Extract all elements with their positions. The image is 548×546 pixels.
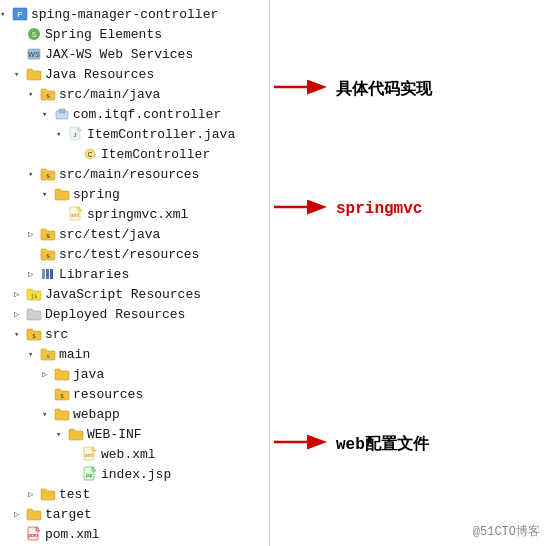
tree-item-sping-manager[interactable]: ▾Psping-manager-controller <box>0 4 269 24</box>
svg-text:xml: xml <box>85 452 93 458</box>
tree-item-jax-ws[interactable]: WSJAX-WS Web Services <box>0 44 269 64</box>
tree-label-pom-xml: pom.xml <box>45 527 100 542</box>
class-icon: C <box>82 146 98 162</box>
tree-label-src-main-resources: src/main/resources <box>59 167 199 182</box>
tree-label-webapp: webapp <box>73 407 120 422</box>
tree-item-itemcontroller[interactable]: CItemController <box>0 144 269 164</box>
tree-item-java[interactable]: ▷java <box>0 364 269 384</box>
svg-text:xml: xml <box>71 212 79 218</box>
tree-item-springmvc-xml[interactable]: xmlspringmvc.xml <box>0 204 269 224</box>
tree-label-target: target <box>45 507 92 522</box>
svg-text:js: js <box>30 292 38 300</box>
tree-item-com-itqf[interactable]: ▾com.itqf.controller <box>0 104 269 124</box>
annotation-ann2: springmvc <box>270 195 422 223</box>
svg-text:P: P <box>17 10 22 19</box>
tree-label-libraries: Libraries <box>59 267 129 282</box>
deployed-icon <box>26 306 42 322</box>
tree-item-js-resources[interactable]: ▷jsJavaScript Resources <box>0 284 269 304</box>
srcfolder-icon: s <box>40 166 56 182</box>
tree-item-itemcontroller-java[interactable]: ▾JItemController.java <box>0 124 269 144</box>
red-arrow-icon <box>270 430 330 458</box>
tree-label-src-test-java: src/test/java <box>59 227 160 242</box>
mainfolder-icon: s <box>40 346 56 362</box>
annotation-panel: @51CTO博客 具体代码实现springmvcweb配置文件 <box>270 0 548 546</box>
tree-arrow-web-inf[interactable]: ▾ <box>56 429 68 440</box>
annotation-ann3: web配置文件 <box>270 430 429 458</box>
tree-label-resources: resources <box>73 387 143 402</box>
tree-item-spring-elements[interactable]: SSpring Elements <box>0 24 269 44</box>
tree-label-spring-folder: spring <box>73 187 120 202</box>
tree-arrow-com-itqf[interactable]: ▾ <box>42 109 54 120</box>
tree-label-sping-manager: sping-manager-controller <box>31 7 218 22</box>
tree-item-src-main-resources[interactable]: ▾ssrc/main/resources <box>0 164 269 184</box>
tree-arrow-src[interactable]: ▾ <box>14 329 26 340</box>
tree-label-src-main-java: src/main/java <box>59 87 160 102</box>
srcfolder-icon: s <box>26 326 42 342</box>
tree-arrow-target[interactable]: ▷ <box>14 509 26 520</box>
tree-item-deployed-resources[interactable]: ▷Deployed Resources <box>0 304 269 324</box>
svg-text:s: s <box>46 92 50 100</box>
tree-item-test[interactable]: ▷test <box>0 484 269 504</box>
tree-label-spring-elements: Spring Elements <box>45 27 162 42</box>
tree-arrow-itemcontroller-java[interactable]: ▾ <box>56 129 68 140</box>
tree-item-spring-folder[interactable]: ▾spring <box>0 184 269 204</box>
pomfile-icon: pom <box>26 526 42 542</box>
tree-item-web-inf[interactable]: ▾WEB-INF <box>0 424 269 444</box>
srcfolder-icon: s <box>54 386 70 402</box>
folder-icon <box>26 66 42 82</box>
tree-label-main: main <box>59 347 90 362</box>
tree-item-src-main-java[interactable]: ▾ssrc/main/java <box>0 84 269 104</box>
tree-label-index-jsp: index.jsp <box>101 467 171 482</box>
red-arrow-icon <box>270 75 330 103</box>
svg-text:s: s <box>46 172 50 180</box>
tree-item-libraries[interactable]: ▷Libraries <box>0 264 269 284</box>
annotation-text-ann2: springmvc <box>336 200 422 218</box>
tree-arrow-spring-folder[interactable]: ▾ <box>42 189 54 200</box>
tree-arrow-libraries[interactable]: ▷ <box>28 269 40 280</box>
package-icon <box>54 106 70 122</box>
tree-label-web-xml: web.xml <box>101 447 156 462</box>
srcfolder-icon: s <box>40 246 56 262</box>
tree-item-main[interactable]: ▾smain <box>0 344 269 364</box>
svg-text:s: s <box>32 332 36 340</box>
file-tree[interactable]: ▾Psping-manager-controller SSpring Eleme… <box>0 0 270 546</box>
tree-arrow-src-test-java[interactable]: ▷ <box>28 229 40 240</box>
tree-arrow-webapp[interactable]: ▾ <box>42 409 54 420</box>
svg-text:WS: WS <box>28 51 40 58</box>
library-icon <box>40 266 56 282</box>
tree-item-resources[interactable]: sresources <box>0 384 269 404</box>
tree-arrow-sping-manager[interactable]: ▾ <box>0 9 12 20</box>
tree-label-java-resources: Java Resources <box>45 67 154 82</box>
tree-label-com-itqf: com.itqf.controller <box>73 107 221 122</box>
tree-arrow-src-main-java[interactable]: ▾ <box>28 89 40 100</box>
tree-arrow-main[interactable]: ▾ <box>28 349 40 360</box>
tree-arrow-js-resources[interactable]: ▷ <box>14 289 26 300</box>
tree-label-jax-ws: JAX-WS Web Services <box>45 47 193 62</box>
tree-label-test: test <box>59 487 90 502</box>
spring-icon: S <box>26 26 42 42</box>
tree-arrow-deployed-resources[interactable]: ▷ <box>14 309 26 320</box>
tree-arrow-src-main-resources[interactable]: ▾ <box>28 169 40 180</box>
svg-text:s: s <box>60 392 64 400</box>
srcfolder-icon: s <box>40 226 56 242</box>
svg-text:s: s <box>46 352 50 359</box>
watermark: @51CTO博客 <box>473 523 540 540</box>
svg-text:pom: pom <box>28 532 38 538</box>
tree-item-src[interactable]: ▾ssrc <box>0 324 269 344</box>
tree-item-webapp[interactable]: ▾webapp <box>0 404 269 424</box>
tree-arrow-test[interactable]: ▷ <box>28 489 40 500</box>
tree-item-pom-xml[interactable]: pompom.xml <box>0 524 269 544</box>
svg-text:J: J <box>73 132 76 138</box>
tree-item-java-resources[interactable]: ▾Java Resources <box>0 64 269 84</box>
svg-rect-8 <box>59 109 65 113</box>
tree-item-target[interactable]: ▷target <box>0 504 269 524</box>
folder-icon <box>54 366 70 382</box>
tree-item-src-test-java[interactable]: ▷ssrc/test/java <box>0 224 269 244</box>
tree-item-index-jsp[interactable]: jspindex.jsp <box>0 464 269 484</box>
tree-arrow-java-resources[interactable]: ▾ <box>14 69 26 80</box>
tree-item-src-test-resources[interactable]: ssrc/test/resources <box>0 244 269 264</box>
tree-item-web-xml[interactable]: xmlweb.xml <box>0 444 269 464</box>
tree-arrow-java[interactable]: ▷ <box>42 369 54 380</box>
tree-label-src: src <box>45 327 68 342</box>
tree-label-src-test-resources: src/test/resources <box>59 247 199 262</box>
